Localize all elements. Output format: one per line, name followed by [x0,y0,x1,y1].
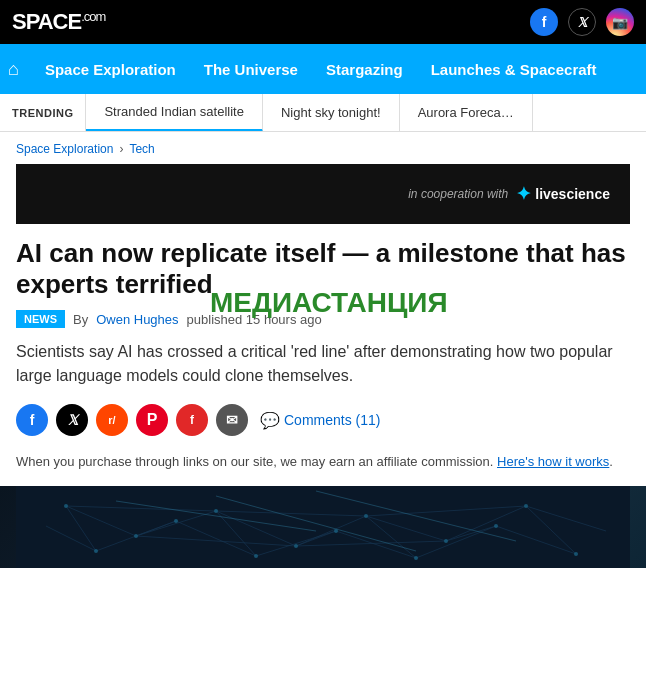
top-bar: SPACE.com f 𝕏 📷 [0,0,646,44]
trending-items: Stranded Indian satellite Night sky toni… [86,94,646,132]
main-nav: ⌂ Space Exploration The Universe Stargaz… [0,44,646,94]
social-icons-bar: f 𝕏 📷 [530,8,634,36]
hero-image-inner [0,486,646,568]
svg-point-35 [444,539,448,543]
published-text: published 15 hours ago [187,312,322,327]
affiliate-notice: When you purchase through links on our s… [16,452,630,472]
livescience-name: livescience [535,186,610,202]
home-icon[interactable]: ⌂ [8,59,19,80]
comments-link[interactable]: 💬 Comments (11) [260,411,380,430]
breadcrumb: Space Exploration › Tech [0,132,646,164]
instagram-icon[interactable]: 📷 [606,8,634,36]
share-facebook-button[interactable]: f [16,404,48,436]
svg-point-36 [524,504,528,508]
livescience-star-icon: ✦ [516,183,531,205]
breadcrumb-area: Space Exploration › Tech МЕДИАСТАНЦИЯ [0,132,646,164]
hero-svg [0,486,646,568]
svg-point-41 [414,556,418,560]
trending-item-2[interactable]: Aurora Foreca… [400,94,533,132]
breadcrumb-link-0[interactable]: Space Exploration [16,142,113,156]
svg-rect-0 [16,486,630,568]
trending-bar: TRENDING Stranded Indian satellite Night… [0,94,646,132]
nav-stargazing[interactable]: Stargazing [312,44,417,94]
livescience-logo[interactable]: ✦ livescience [516,183,610,205]
article-title: AI can now replicate itself — a mileston… [16,238,630,300]
affiliate-link[interactable]: Here's how it works [497,454,609,469]
trending-label: TRENDING [0,94,86,131]
by-text: By [73,312,88,327]
partner-text: in cooperation with [408,187,508,201]
author-link[interactable]: Owen Hughes [96,312,178,327]
article-meta: News By Owen Hughes published 15 hours a… [16,310,630,328]
svg-point-39 [254,554,258,558]
hero-image [0,486,646,568]
trending-item-0[interactable]: Stranded Indian satellite [86,94,262,132]
affiliate-text: When you purchase through links on our s… [16,454,493,469]
svg-point-31 [134,534,138,538]
article-summary: Scientists say AI has crossed a critical… [16,340,630,388]
twitter-x-icon[interactable]: 𝕏 [568,8,596,36]
nav-launches-spacecraft[interactable]: Launches & Spacecraft [417,44,611,94]
comment-bubble-icon: 💬 [260,411,280,430]
svg-point-34 [364,514,368,518]
svg-point-38 [174,519,178,523]
partner-banner: in cooperation with ✦ livescience [16,164,630,224]
share-twitter-button[interactable]: 𝕏 [56,404,88,436]
share-email-button[interactable]: ✉ [216,404,248,436]
svg-point-37 [94,549,98,553]
breadcrumb-link-1[interactable]: Tech [129,142,154,156]
svg-point-30 [64,504,68,508]
article-area: AI can now replicate itself — a mileston… [0,238,646,472]
facebook-icon[interactable]: f [530,8,558,36]
site-logo[interactable]: SPACE.com [12,9,105,35]
news-badge: News [16,310,65,328]
breadcrumb-separator: › [119,142,123,156]
comments-label: Comments (11) [284,412,380,428]
affiliate-period: . [609,454,613,469]
svg-point-42 [494,524,498,528]
share-reddit-button[interactable]: r/ [96,404,128,436]
trending-item-1[interactable]: Night sky tonight! [263,94,400,132]
share-pinterest-button[interactable]: P [136,404,168,436]
share-flipboard-button[interactable]: f [176,404,208,436]
svg-point-43 [574,552,578,556]
nav-the-universe[interactable]: The Universe [190,44,312,94]
share-bar: f 𝕏 r/ P f ✉ 💬 Comments (11) [16,404,630,436]
svg-point-40 [334,529,338,533]
svg-point-33 [294,544,298,548]
svg-point-32 [214,509,218,513]
nav-space-exploration[interactable]: Space Exploration [31,44,190,94]
